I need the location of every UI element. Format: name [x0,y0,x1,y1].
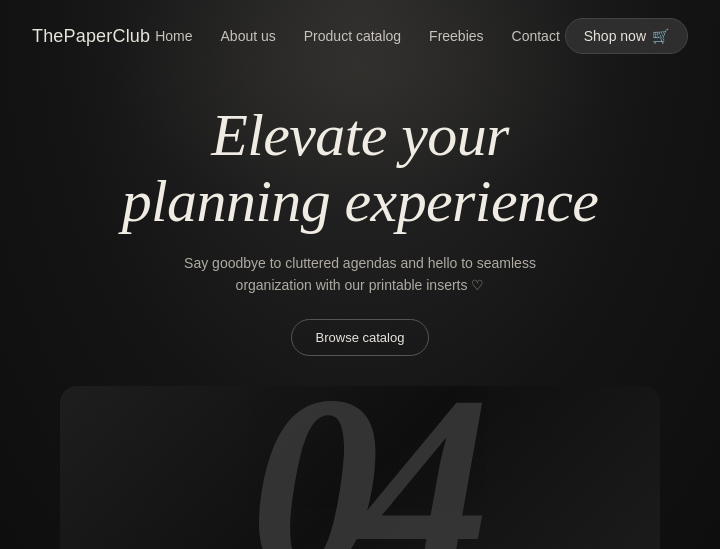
cart-icon: 🛒 [652,28,669,44]
shop-now-button[interactable]: Shop now 🛒 [565,18,688,54]
nav-link-freebies[interactable]: Freebies [429,28,483,44]
hero-subtitle: Say goodbye to cluttered agendas and hel… [170,252,550,297]
nav-item-contact[interactable]: Contact [512,27,560,45]
page-wrapper: ThePaperClub Home About us Product catal… [0,0,720,549]
nav-item-home[interactable]: Home [155,27,192,45]
nav-link-home[interactable]: Home [155,28,192,44]
hero-title-line1: Elevate your [211,102,509,168]
nav-item-catalog[interactable]: Product catalog [304,27,401,45]
nav-link-catalog[interactable]: Product catalog [304,28,401,44]
nav-link-contact[interactable]: Contact [512,28,560,44]
hero-section: Elevate your planning experience Say goo… [0,72,720,376]
brand-logo: ThePaperClub [32,26,150,47]
nav-link-about[interactable]: About us [221,28,276,44]
bottom-image: 04 [60,386,660,549]
hero-title-line2: planning experience [122,168,599,234]
nav-item-freebies[interactable]: Freebies [429,27,483,45]
shop-now-label: Shop now [584,28,646,44]
bottom-image-container: 04 [0,386,720,549]
hero-title: Elevate your planning experience [122,102,599,234]
deco-text: 04 [250,386,470,549]
bottom-image-inner: 04 [60,386,660,549]
navigation: ThePaperClub Home About us Product catal… [0,0,720,72]
browse-catalog-button[interactable]: Browse catalog [291,319,430,356]
nav-links: Home About us Product catalog Freebies C… [155,27,560,45]
nav-item-about[interactable]: About us [221,27,276,45]
deco-text-container: 04 [60,386,660,549]
